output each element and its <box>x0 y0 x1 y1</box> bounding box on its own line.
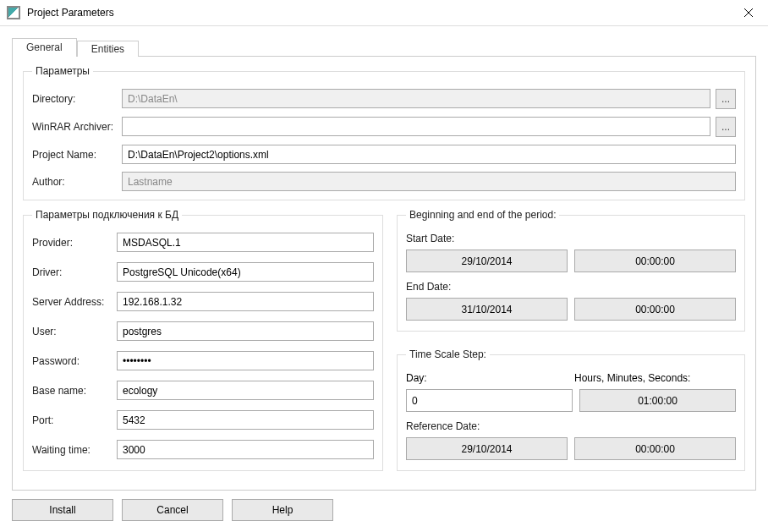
end-time-button[interactable]: 00:00:00 <box>574 298 736 321</box>
hms-label: Hours, Minutes, Seconds: <box>574 372 736 384</box>
end-date-label: End Date: <box>406 281 736 293</box>
group-period: Beginning and end of the period: Start D… <box>397 209 745 332</box>
project-name-label: Project Name: <box>32 149 122 161</box>
group-params-legend: Параметры <box>32 65 93 77</box>
driver-input[interactable] <box>117 262 374 282</box>
ref-time-button[interactable]: 00:00:00 <box>574 437 736 460</box>
group-timescale: Time Scale Step: Day: Hours, Minutes, Se… <box>397 348 745 471</box>
port-label: Port: <box>32 414 117 426</box>
directory-input[interactable] <box>122 89 710 108</box>
button-bar: Install Cancel Help <box>12 499 756 521</box>
start-date-label: Start Date: <box>406 233 736 244</box>
group-db: Параметры подключения к БД Provider: Dri… <box>23 209 383 471</box>
tab-panel-general: Параметры Directory: ... WinRAR Archiver… <box>12 56 756 491</box>
password-label: Password: <box>32 355 117 367</box>
hms-button[interactable]: 01:00:00 <box>579 389 736 412</box>
group-timescale-legend: Time Scale Step: <box>406 348 490 360</box>
ref-date-button[interactable]: 29/10/2014 <box>406 437 568 460</box>
base-label: Base name: <box>32 385 117 397</box>
author-input[interactable] <box>122 172 736 191</box>
base-input[interactable] <box>117 381 374 400</box>
start-date-button[interactable]: 29/10/2014 <box>406 250 568 272</box>
tab-general[interactable]: General <box>12 38 77 57</box>
close-icon <box>744 8 753 17</box>
password-input[interactable] <box>117 351 374 370</box>
winrar-input[interactable] <box>122 117 710 136</box>
cancel-button[interactable]: Cancel <box>122 499 223 521</box>
client-area: General Entities Параметры Directory: ..… <box>0 26 768 532</box>
provider-input[interactable] <box>117 233 374 252</box>
app-icon <box>7 6 20 19</box>
port-input[interactable] <box>117 410 374 430</box>
start-time-button[interactable]: 00:00:00 <box>574 250 736 272</box>
provider-label: Provider: <box>32 237 117 249</box>
wait-input[interactable] <box>117 440 374 459</box>
wait-label: Waiting time: <box>32 444 117 456</box>
tab-entities[interactable]: Entities <box>77 41 139 57</box>
server-input[interactable] <box>117 292 374 311</box>
driver-label: Driver: <box>32 266 117 278</box>
winrar-label: WinRAR Archiver: <box>32 121 122 133</box>
user-label: User: <box>32 326 117 337</box>
directory-label: Directory: <box>32 93 122 105</box>
group-db-legend: Параметры подключения к БД <box>32 209 182 221</box>
directory-browse-button[interactable]: ... <box>716 89 736 109</box>
titlebar: Project Parameters <box>0 0 768 26</box>
help-button[interactable]: Help <box>232 499 333 521</box>
tabstrip: General Entities <box>12 36 756 56</box>
winrar-browse-button[interactable]: ... <box>716 117 736 137</box>
project-name-input[interactable] <box>122 145 736 164</box>
window-title: Project Parameters <box>27 7 729 19</box>
day-input[interactable] <box>406 389 573 412</box>
group-period-legend: Beginning and end of the period: <box>406 209 559 221</box>
group-params: Параметры Directory: ... WinRAR Archiver… <box>23 65 745 200</box>
server-label: Server Address: <box>32 296 117 308</box>
day-label: Day: <box>406 372 568 384</box>
author-label: Author: <box>32 176 122 188</box>
end-date-button[interactable]: 31/10/2014 <box>406 298 568 321</box>
install-button[interactable]: Install <box>12 499 113 521</box>
user-input[interactable] <box>117 321 374 341</box>
ref-date-label: Reference Date: <box>406 420 736 432</box>
close-button[interactable] <box>729 0 768 26</box>
